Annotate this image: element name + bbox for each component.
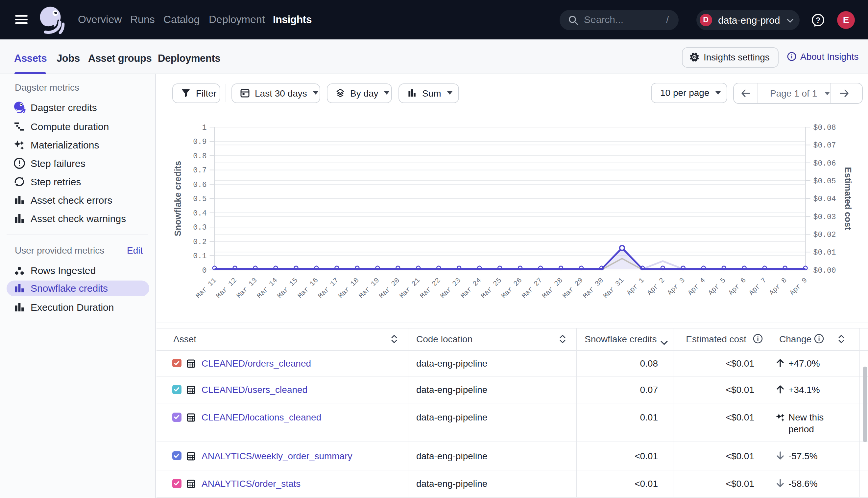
svg-text:Apr 5: Apr 5 [706, 276, 727, 297]
svg-text:Apr 4: Apr 4 [686, 276, 706, 297]
svg-text:Mar 27: Mar 27 [520, 276, 544, 300]
svg-text:1: 1 [202, 123, 206, 132]
svg-text:0.1: 0.1 [193, 252, 206, 261]
svg-text:$0.05: $0.05 [813, 177, 836, 186]
svg-text:Mar 14: Mar 14 [255, 276, 279, 300]
svg-text:Estimated cost: Estimated cost [843, 167, 853, 230]
svg-text:Mar 17: Mar 17 [316, 276, 340, 300]
svg-text:0.8: 0.8 [193, 152, 206, 161]
svg-text:$0.07: $0.07 [813, 141, 836, 150]
svg-text:?: ? [816, 15, 821, 24]
svg-text:Mar 12: Mar 12 [214, 276, 238, 300]
svg-text:$0.00: $0.00 [813, 266, 836, 275]
svg-text:$0.06: $0.06 [813, 159, 836, 168]
svg-text:Apr 1: Apr 1 [625, 276, 646, 297]
svg-text:Apr 3: Apr 3 [665, 276, 686, 297]
svg-text:Mar 21: Mar 21 [398, 276, 421, 300]
svg-text:Mar 15: Mar 15 [276, 276, 299, 300]
svg-text:Mar 28: Mar 28 [540, 276, 564, 300]
svg-text:Apr 9: Apr 9 [788, 276, 808, 297]
svg-text:Mar 22: Mar 22 [418, 276, 442, 300]
svg-text:Mar 11: Mar 11 [194, 276, 218, 300]
svg-text:Apr 7: Apr 7 [747, 276, 768, 297]
svg-text:Mar 19: Mar 19 [357, 276, 381, 300]
svg-text:Snowflake credits: Snowflake credits [173, 161, 182, 237]
svg-text:0.4: 0.4 [193, 209, 206, 218]
svg-text:Apr 8: Apr 8 [767, 276, 788, 297]
svg-text:0.2: 0.2 [193, 238, 206, 246]
svg-text:$0.03: $0.03 [813, 213, 836, 221]
svg-text:Mar 30: Mar 30 [581, 276, 605, 300]
svg-text:Mar 16: Mar 16 [296, 276, 320, 300]
svg-text:Mar 23: Mar 23 [438, 276, 462, 300]
svg-text:Mar 24: Mar 24 [459, 276, 482, 300]
svg-text:0.6: 0.6 [193, 181, 206, 189]
svg-text:$0.01: $0.01 [813, 248, 836, 257]
svg-text:0.3: 0.3 [193, 223, 206, 232]
svg-text:0.7: 0.7 [193, 166, 206, 175]
svg-text:Mar 31: Mar 31 [601, 276, 625, 300]
svg-text:Mar 18: Mar 18 [337, 276, 360, 300]
svg-text:Mar 25: Mar 25 [479, 276, 503, 300]
svg-text:0.5: 0.5 [193, 195, 206, 204]
svg-text:$0.02: $0.02 [813, 231, 836, 239]
svg-text:Mar 13: Mar 13 [235, 276, 258, 300]
svg-text:$0.08: $0.08 [813, 123, 836, 132]
svg-text:0.9: 0.9 [193, 137, 206, 146]
svg-text:Apr 2: Apr 2 [645, 276, 666, 297]
svg-text:Mar 26: Mar 26 [499, 276, 523, 300]
svg-text:Mar 29: Mar 29 [561, 276, 584, 300]
svg-text:Mar 20: Mar 20 [378, 276, 401, 300]
svg-text:Apr 6: Apr 6 [727, 276, 747, 297]
svg-text:$0.04: $0.04 [813, 195, 836, 204]
svg-text:0: 0 [202, 266, 206, 275]
